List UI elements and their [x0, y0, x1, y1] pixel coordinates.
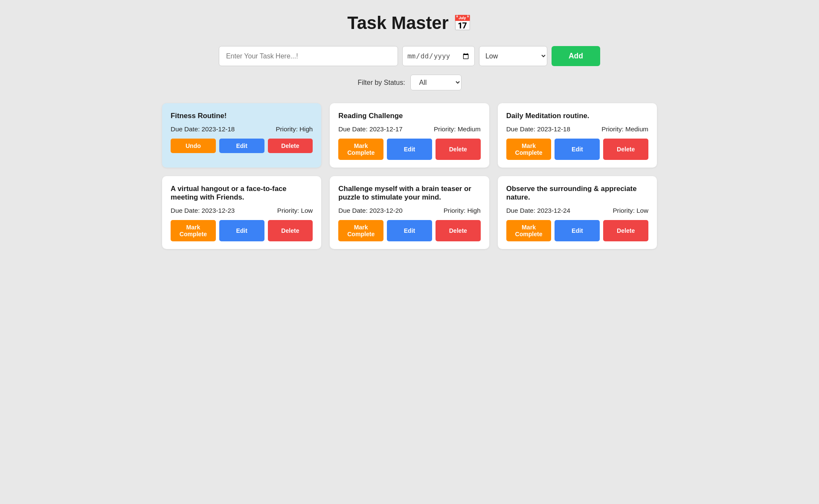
filter-select[interactable]: All Pending Complete	[410, 75, 462, 90]
task-actions: Mark Complete Edit Delete	[338, 139, 480, 160]
add-button[interactable]: Add	[552, 46, 600, 66]
task-priority: Priority: Low	[277, 207, 313, 214]
delete-button[interactable]: Delete	[436, 139, 481, 160]
task-input[interactable]	[219, 46, 398, 66]
edit-button[interactable]: Edit	[387, 220, 432, 241]
task-meta: Due Date: 2023-12-17 Priority: Medium	[338, 125, 480, 133]
task-title: Observe the surrounding & appreciate nat…	[506, 185, 648, 202]
delete-button[interactable]: Delete	[603, 220, 648, 241]
task-priority: Priority: Low	[613, 207, 648, 214]
edit-button[interactable]: Edit	[555, 220, 600, 241]
task-card: A virtual hangout or a face-to-face meet…	[162, 176, 321, 249]
edit-button[interactable]: Edit	[387, 139, 432, 160]
mark-complete-button[interactable]: Mark Complete	[506, 220, 552, 241]
app-title: Task Master	[347, 13, 448, 33]
task-card: Observe the surrounding & appreciate nat…	[498, 176, 657, 249]
task-due-date: Due Date: 2023-12-18	[506, 125, 570, 133]
task-due-date: Due Date: 2023-12-23	[171, 207, 235, 214]
task-card: Challenge myself with a brain teaser or …	[330, 176, 489, 249]
app-header: Task Master 📅	[162, 13, 657, 33]
task-meta: Due Date: 2023-12-24 Priority: Low	[506, 207, 648, 214]
delete-button[interactable]: Delete	[436, 220, 481, 241]
task-card: Daily Meditation routine. Due Date: 2023…	[498, 103, 657, 168]
task-due-date: Due Date: 2023-12-18	[171, 125, 235, 133]
mark-complete-button[interactable]: Undo	[171, 139, 216, 153]
tasks-grid: Fitness Routine! Due Date: 2023-12-18 Pr…	[162, 103, 657, 249]
task-card: Fitness Routine! Due Date: 2023-12-18 Pr…	[162, 103, 321, 168]
task-meta: Due Date: 2023-12-20 Priority: High	[338, 207, 480, 214]
task-card: Reading Challenge Due Date: 2023-12-17 P…	[330, 103, 489, 168]
edit-button[interactable]: Edit	[555, 139, 600, 160]
mark-complete-button[interactable]: Mark Complete	[338, 220, 383, 241]
task-actions: Undo Edit Delete	[171, 139, 313, 153]
task-priority: Priority: Medium	[434, 125, 481, 133]
task-title: A virtual hangout or a face-to-face meet…	[171, 185, 313, 202]
date-input[interactable]	[402, 46, 475, 66]
task-title: Daily Meditation routine.	[506, 112, 648, 120]
filter-label: Filter by Status:	[357, 79, 405, 87]
task-actions: Mark Complete Edit Delete	[338, 220, 480, 241]
task-priority: Priority: High	[276, 125, 313, 133]
task-actions: Mark Complete Edit Delete	[506, 139, 648, 160]
task-due-date: Due Date: 2023-12-24	[506, 207, 570, 214]
edit-button[interactable]: Edit	[219, 139, 264, 153]
mark-complete-button[interactable]: Mark Complete	[338, 139, 383, 160]
task-due-date: Due Date: 2023-12-17	[338, 125, 402, 133]
task-title: Reading Challenge	[338, 112, 480, 120]
task-meta: Due Date: 2023-12-23 Priority: Low	[171, 207, 313, 214]
mark-complete-button[interactable]: Mark Complete	[506, 139, 552, 160]
priority-select[interactable]: Low Medium High	[479, 46, 547, 66]
task-actions: Mark Complete Edit Delete	[171, 220, 313, 241]
task-due-date: Due Date: 2023-12-20	[338, 207, 402, 214]
task-actions: Mark Complete Edit Delete	[506, 220, 648, 241]
task-priority: Priority: High	[444, 207, 481, 214]
edit-button[interactable]: Edit	[219, 220, 264, 241]
calendar-icon: 📅	[453, 14, 472, 32]
delete-button[interactable]: Delete	[268, 139, 313, 153]
filter-row: Filter by Status: All Pending Complete	[162, 75, 657, 90]
task-meta: Due Date: 2023-12-18 Priority: High	[171, 125, 313, 133]
task-title: Challenge myself with a brain teaser or …	[338, 185, 480, 202]
delete-button[interactable]: Delete	[268, 220, 313, 241]
task-title: Fitness Routine!	[171, 112, 313, 120]
task-priority: Priority: Medium	[601, 125, 648, 133]
task-input-row: Low Medium High Add	[162, 46, 657, 66]
delete-button[interactable]: Delete	[603, 139, 648, 160]
mark-complete-button[interactable]: Mark Complete	[171, 220, 216, 241]
task-meta: Due Date: 2023-12-18 Priority: Medium	[506, 125, 648, 133]
